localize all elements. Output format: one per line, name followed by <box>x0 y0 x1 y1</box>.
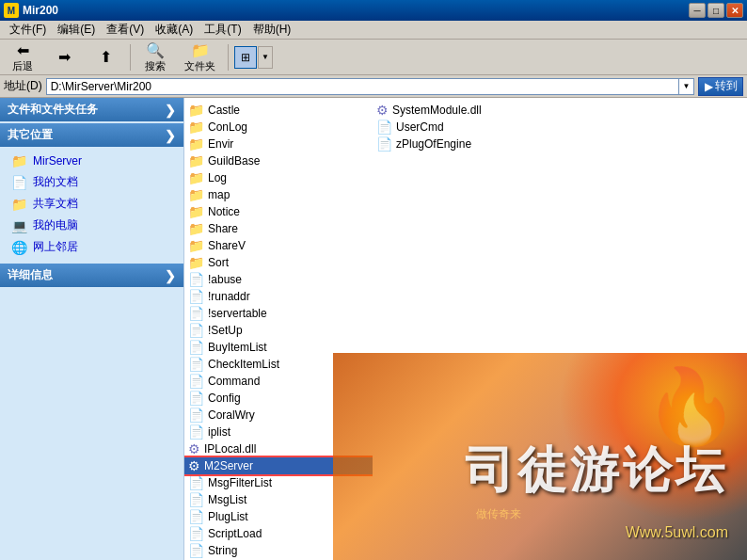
back-label: 后退 <box>12 59 33 73</box>
folder-name: GuildBase <box>208 154 260 168</box>
file-command[interactable]: 📄 Command <box>184 373 373 390</box>
file-buyitemlist[interactable]: 📄 BuyItemList <box>184 339 373 356</box>
location-mirserver[interactable]: 📁 MirServer <box>0 151 183 171</box>
file-name: IPLocal.dll <box>204 442 256 456</box>
menu-tools[interactable]: 工具(T) <box>199 20 246 40</box>
other-header[interactable]: 其它位置 ❯ <box>0 123 183 147</box>
folder-share[interactable]: 📁 Share <box>184 220 373 237</box>
file-column-right: ⚙ SystemModule.dll 📄 UserCmd 📄 zPlugOfEn… <box>373 98 542 560</box>
tasks-section: 文件和文件夹任务 ❯ <box>0 98 183 121</box>
file-icon: 📄 <box>188 340 204 355</box>
folders-button[interactable]: 📁 文件夹 <box>178 42 222 72</box>
back-icon: ⬅ <box>17 41 29 59</box>
folder-map[interactable]: 📁 map <box>184 186 373 203</box>
menu-file[interactable]: 文件(F) <box>4 20 52 40</box>
file-scriptload[interactable]: 📄 ScriptLoad <box>184 525 373 542</box>
address-value: D:\MirServer\Mir200 <box>51 80 151 93</box>
file-icon: 📄 <box>188 289 204 304</box>
file-zplugofengine[interactable]: 📄 zPlugOfEngine <box>373 136 542 152</box>
folder-notice[interactable]: 📁 Notice <box>184 203 373 220</box>
folder-log[interactable]: 📁 Log <box>184 169 373 186</box>
file-icon: 📄 <box>376 120 392 135</box>
file-usercmd[interactable]: 📄 UserCmd <box>373 119 542 136</box>
folder-icon: 📁 <box>188 255 204 270</box>
folder-icon: 📁 <box>188 238 204 253</box>
dll-icon: ⚙ <box>376 103 389 118</box>
location-shareddocs[interactable]: 📁 共享文档 <box>0 193 183 215</box>
back-button[interactable]: ⬅ 后退 <box>4 42 41 72</box>
file-name: zPlugOfEngine <box>396 137 471 151</box>
go-button[interactable]: ▶ 转到 <box>698 77 743 96</box>
details-collapse-icon: ❯ <box>165 268 176 283</box>
file-area: 📁 Castle 📁 ConLog 📁 Envir 📁 GuildBase 📁 <box>184 98 747 560</box>
file-name: SystemModule.dll <box>392 104 482 117</box>
file-iplocal-dll[interactable]: ⚙ IPLocal.dll <box>184 440 373 457</box>
other-collapse-icon: ❯ <box>165 128 176 143</box>
file-msgfilterlist[interactable]: 📄 MsgFilterList <box>184 474 373 491</box>
location-network[interactable]: 🌐 网上邻居 <box>0 236 183 258</box>
location-mydocs[interactable]: 📄 我的文档 <box>0 171 183 193</box>
location-mycomputer[interactable]: 💻 我的电脑 <box>0 215 183 236</box>
tasks-header[interactable]: 文件和文件夹任务 ❯ <box>0 98 183 121</box>
view-dropdown-button[interactable]: ▼ <box>258 46 273 69</box>
main-content: 文件和文件夹任务 ❯ 其它位置 ❯ 📁 MirServer 📄 我的文档 📁 <box>0 98 747 560</box>
shareddocs-label: 共享文档 <box>33 196 78 212</box>
folder-icon: 📁 <box>188 120 204 135</box>
file-icon: 📄 <box>188 323 204 338</box>
file-name: !abuse <box>208 273 242 286</box>
tasks-collapse-icon: ❯ <box>165 103 176 118</box>
minimize-button[interactable]: ─ <box>689 3 706 18</box>
file-abuse[interactable]: 📄 !abuse <box>184 271 373 288</box>
folder-name: Sort <box>208 256 229 269</box>
menu-favorites[interactable]: 收藏(A) <box>150 20 199 40</box>
folder-conlog[interactable]: 📁 ConLog <box>184 119 373 136</box>
toolbar: ⬅ 后退 ➡ ⬆ 🔍 搜索 📁 文件夹 ⊞ ▼ <box>0 40 747 75</box>
menubar: 文件(F) 编辑(E) 查看(V) 收藏(A) 工具(T) 帮助(H) <box>0 21 747 40</box>
file-systemmodule-dll[interactable]: ⚙ SystemModule.dll <box>373 102 542 119</box>
file-runaddr[interactable]: 📄 !runaddr <box>184 288 373 305</box>
folder-sort[interactable]: 📁 Sort <box>184 254 373 271</box>
details-header[interactable]: 详细信息 ❯ <box>0 264 183 287</box>
up-button[interactable]: ⬆ <box>87 42 124 72</box>
file-pluglist[interactable]: 📄 PlugList <box>184 508 373 525</box>
network-icon: 🌐 <box>11 240 27 255</box>
address-dropdown-button[interactable]: ▼ <box>679 78 694 95</box>
file-name: iplist <box>208 425 230 439</box>
file-icon: 📄 <box>188 306 204 321</box>
folder-name: Castle <box>208 104 240 117</box>
file-name: Config <box>208 392 241 405</box>
folder-guildbase[interactable]: 📁 GuildBase <box>184 152 373 169</box>
search-button[interactable]: 🔍 搜索 <box>136 42 174 72</box>
file-config[interactable]: 📄 Config <box>184 390 373 407</box>
close-button[interactable]: ✕ <box>726 3 743 18</box>
menu-help[interactable]: 帮助(H) <box>247 20 297 40</box>
file-name: !runaddr <box>208 290 250 303</box>
restore-button[interactable]: □ <box>707 3 724 18</box>
file-checkitemlist[interactable]: 📄 CheckItemList <box>184 356 373 373</box>
file-iplist[interactable]: 📄 iplist <box>184 424 373 440</box>
window-title: Mir200 <box>23 4 689 17</box>
menu-edit[interactable]: 编辑(E) <box>52 20 101 40</box>
folder-castle[interactable]: 📁 Castle <box>184 102 373 119</box>
view-controls: ⊞ ▼ <box>234 46 273 69</box>
file-coralwry[interactable]: 📄 CoralWry <box>184 407 373 424</box>
window-icon: M <box>4 3 19 18</box>
file-icon: 📄 <box>188 374 204 389</box>
menu-view[interactable]: 查看(V) <box>101 20 150 40</box>
folder-envir[interactable]: 📁 Envir <box>184 136 373 152</box>
file-area-inner: 📁 Castle 📁 ConLog 📁 Envir 📁 GuildBase 📁 <box>184 98 747 560</box>
file-servertable[interactable]: 📄 !servertable <box>184 305 373 322</box>
file-setup[interactable]: 📄 !SetUp <box>184 322 373 339</box>
view-icons-button[interactable]: ⊞ <box>234 46 257 69</box>
file-msglist[interactable]: 📄 MsgList <box>184 491 373 508</box>
tasks-title: 文件和文件夹任务 <box>8 102 98 118</box>
folders-label: 文件夹 <box>184 59 215 73</box>
folder-sharev[interactable]: 📁 ShareV <box>184 237 373 254</box>
forward-button[interactable]: ➡ <box>45 42 83 72</box>
file-name: Command <box>208 375 260 388</box>
file-name: M2Server <box>204 459 253 472</box>
file-string[interactable]: 📄 String <box>184 542 373 559</box>
file-m2server[interactable]: ⚙ M2Server <box>184 457 373 474</box>
mydocs-icon: 📄 <box>11 175 27 190</box>
file-name: ScriptLoad <box>208 527 262 540</box>
